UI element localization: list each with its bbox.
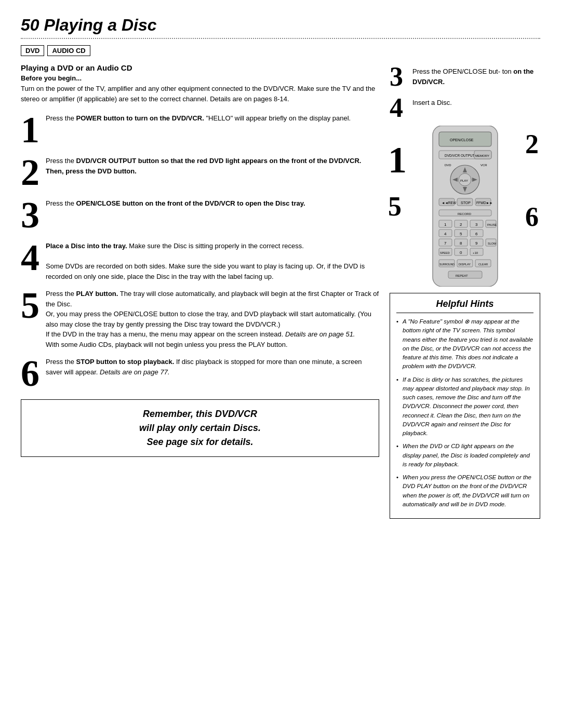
hint-item-2: If a Disc is dirty or has scratches, the… xyxy=(396,375,533,438)
svg-text:◄◄REW: ◄◄REW xyxy=(442,201,457,205)
svg-text:MEMORY: MEMORY xyxy=(475,154,489,157)
svg-text:SURROUND: SURROUND xyxy=(439,263,455,266)
step-3-block: 3 Press the OPEN/CLOSE button on the fro… xyxy=(21,196,379,234)
step-2-text: Press the DVD/VCR OUTPUT button so that … xyxy=(46,154,379,176)
svg-text:STOP: STOP xyxy=(461,201,471,205)
svg-text:OPEN/CLOSE: OPEN/CLOSE xyxy=(450,138,474,142)
step-1-text: Press the POWER button to turn on the DV… xyxy=(46,111,351,124)
svg-text:7: 7 xyxy=(444,241,447,246)
right-step-3-number: 3 xyxy=(390,63,409,90)
right-step-3-block: 3 Press the OPEN/CLOSE but- ton on the D… xyxy=(390,63,540,90)
before-begin-label: Before you begin... xyxy=(21,74,379,82)
svg-text:DVD: DVD xyxy=(445,164,451,167)
svg-text:6: 6 xyxy=(475,232,478,236)
svg-text:4: 4 xyxy=(444,232,447,236)
remember-box: Remember, this DVD/VCR will play only ce… xyxy=(21,399,379,457)
main-layout: Playing a DVD or an Audio CD Before you … xyxy=(21,63,540,519)
remote-num-1: 1 xyxy=(388,141,407,179)
remote-num-5: 5 xyxy=(388,193,402,220)
step-6-text: Press the STOP button to stop playback. … xyxy=(46,355,379,377)
svg-text:1: 1 xyxy=(444,222,447,227)
hint-item-1: A "No Feature" symbol ⊗ may appear at th… xyxy=(396,317,533,371)
hint-item-4: When you press the OPEN/CLOSE button or … xyxy=(396,473,533,509)
svg-text:SLOW: SLOW xyxy=(488,242,497,245)
step-2-block: 2 Press the DVD/VCR OUTPUT button so tha… xyxy=(21,154,379,191)
svg-text:PLAY: PLAY xyxy=(460,179,468,182)
step-5-text: Press the PLAY button. The tray will clo… xyxy=(46,287,379,349)
audio-cd-badge: AUDIO CD xyxy=(47,45,90,56)
remote-num-6: 6 xyxy=(525,204,539,231)
svg-text:PAUSE: PAUSE xyxy=(487,223,497,226)
left-column: Playing a DVD or an Audio CD Before you … xyxy=(21,63,379,457)
remote-num-2: 2 xyxy=(525,131,539,158)
dvd-badge: DVD xyxy=(21,45,44,56)
step-6-number: 6 xyxy=(21,355,44,392)
remember-line-1: Remember, this DVD/VCR xyxy=(32,407,368,421)
right-column: 3 Press the OPEN/CLOSE but- ton on the D… xyxy=(390,63,540,519)
section-divider xyxy=(21,38,540,39)
svg-text:5: 5 xyxy=(460,232,462,236)
svg-text:DISPLAY: DISPLAY xyxy=(459,263,471,266)
svg-text:FFWD►►: FFWD►► xyxy=(476,201,493,205)
hint-item-3: When the DVD or CD light appears on the … xyxy=(396,442,533,469)
step-3-number: 3 xyxy=(21,196,44,234)
step-3-text: Press the OPEN/CLOSE button on the front… xyxy=(46,196,305,209)
svg-text:DVD/VCR OUTPUT: DVD/VCR OUTPUT xyxy=(445,154,475,157)
right-step-3-text: Press the OPEN/CLOSE but- ton on the DVD… xyxy=(412,63,540,87)
step-5-number: 5 xyxy=(21,287,44,324)
svg-text:3: 3 xyxy=(475,222,478,227)
step-4-text: Place a Disc into the tray. Make sure th… xyxy=(46,239,379,281)
section-heading: Playing a DVD or an Audio CD xyxy=(21,63,379,72)
step-1-block: 1 Press the POWER button to turn on the … xyxy=(21,111,379,149)
page-title: 50 Playing a Disc xyxy=(21,16,540,35)
svg-text:REPEAT: REPEAT xyxy=(456,274,468,277)
step-4-block: 4 Place a Disc into the tray. Make sure … xyxy=(21,239,379,281)
svg-text:0: 0 xyxy=(460,250,462,255)
step-1-number: 1 xyxy=(21,111,44,149)
intro-text: Turn on the power of the TV, amplifier a… xyxy=(21,84,379,104)
helpful-hints-box: Helpful Hints A "No Feature" symbol ⊗ ma… xyxy=(390,293,540,519)
right-step-4-text: Insert a Disc. xyxy=(412,95,452,108)
svg-text:+10: +10 xyxy=(473,251,478,254)
step-6-block: 6 Press the STOP button to stop playback… xyxy=(21,355,379,392)
svg-text:8: 8 xyxy=(460,241,462,246)
remote-svg: OPEN/CLOSE DVD/VCR OUTPUT MEMORY xyxy=(417,126,513,287)
svg-text:9: 9 xyxy=(475,241,478,246)
svg-text:CLEAR: CLEAR xyxy=(478,263,488,266)
helpful-hints-title: Helpful Hints xyxy=(396,299,533,313)
right-step-4-number: 4 xyxy=(390,95,409,122)
step-4-number: 4 xyxy=(21,239,44,276)
step-2-number: 2 xyxy=(21,154,44,191)
badge-group: DVD AUDIO CD xyxy=(21,45,540,56)
step-5-block: 5 Press the PLAY button. The tray will c… xyxy=(21,287,379,349)
remember-line-2: will play only certain Discs. xyxy=(32,421,368,435)
remember-line-3: See page six for details. xyxy=(32,435,368,449)
remote-image-container: 1 2 5 6 OPEN/CLOSE DVD/VCR OUTPUT MEMOR xyxy=(403,126,527,287)
svg-text:SPEED: SPEED xyxy=(440,251,450,254)
svg-text:VCR: VCR xyxy=(480,164,487,167)
svg-text:RECORD: RECORD xyxy=(458,212,472,215)
svg-text:2: 2 xyxy=(460,222,462,227)
right-step-4-block: 4 Insert a Disc. xyxy=(390,95,540,122)
